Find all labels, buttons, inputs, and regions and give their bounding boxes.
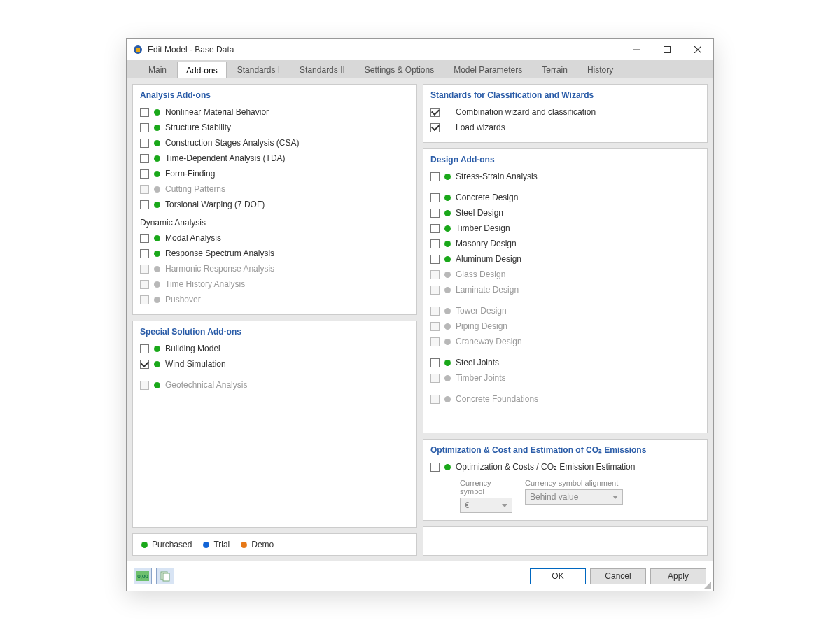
cancel-button[interactable]: Cancel [590, 568, 646, 584]
option-row: Time-Dependent Analysis (TDA) [140, 150, 410, 166]
copy-button[interactable] [156, 568, 174, 584]
panel-empty [423, 526, 708, 556]
checkbox[interactable] [140, 234, 149, 243]
option-row: Time History Analysis [140, 276, 410, 292]
units-button[interactable]: 0,00 [134, 568, 152, 584]
option-row: Building Model [140, 341, 410, 356]
tab-model-parameters[interactable]: Model Parameters [444, 61, 531, 78]
app-icon [132, 44, 144, 55]
status-dot-icon [444, 464, 451, 470]
option-label: Glass Design [456, 270, 505, 279]
option-label: Combination wizard and classification [456, 107, 596, 117]
right-column: Standards for Classification and Wizards… [423, 84, 708, 556]
status-dot-icon [154, 186, 160, 192]
tab-terrain[interactable]: Terrain [533, 61, 577, 78]
tab-standards-i[interactable]: Standards I [228, 61, 289, 78]
checkbox[interactable] [430, 123, 440, 132]
option-row: Harmonic Response Analysis [140, 261, 410, 276]
status-dot-icon [154, 297, 160, 303]
status-dot-icon [444, 308, 451, 314]
option-row: Construction Stages Analysis (CSA) [140, 135, 410, 150]
dialog-footer: 0,00 OK Cancel Apply [127, 561, 713, 591]
tab-settings-options[interactable]: Settings & Options [356, 61, 443, 78]
option-label: Nonlinear Material Behavior [165, 107, 269, 117]
checkbox[interactable] [430, 209, 440, 218]
checkbox[interactable] [430, 193, 440, 202]
dialog-window: Edit Model - Base Data MainAdd-onsStanda… [126, 38, 714, 592]
checkbox[interactable] [140, 169, 149, 178]
status-dot-icon [444, 241, 451, 247]
option-label: Load wizards [456, 122, 505, 132]
option-row: Tower Design [430, 303, 700, 318]
legend: Purchased Trial Demo [132, 533, 417, 556]
checkbox [140, 265, 149, 274]
option-row: Torsional Warping (7 DOF) [140, 197, 410, 212]
option-row: Optimization & Costs / CO₂ Emission Esti… [430, 459, 700, 475]
status-dot-icon [154, 251, 160, 257]
option-label: Structure Stability [165, 122, 231, 132]
tab-bar: MainAdd-onsStandards IStandards IISettin… [127, 60, 713, 78]
checkbox[interactable] [430, 358, 440, 368]
status-dot-icon [444, 225, 451, 232]
currency-alignment-select[interactable]: Behind value [525, 489, 623, 505]
option-row: Cutting Patterns [140, 181, 410, 197]
option-label: Piping Design [456, 321, 507, 331]
option-row: Steel Joints [430, 355, 700, 370]
option-label: Torsional Warping (7 DOF) [165, 200, 265, 209]
checkbox[interactable] [140, 344, 149, 354]
checkbox[interactable] [430, 108, 440, 117]
option-label: Construction Stages Analysis (CSA) [165, 138, 299, 148]
tab-history[interactable]: History [578, 61, 622, 78]
checkbox[interactable] [430, 255, 440, 264]
status-dot-icon [154, 235, 160, 241]
option-row: Load wizards [430, 120, 700, 135]
checkbox[interactable] [430, 172, 440, 181]
close-button[interactable] [682, 39, 713, 60]
option-label: Timber Design [456, 223, 510, 233]
currency-alignment-label: Currency symbol alignment [525, 479, 623, 487]
checkbox [430, 286, 440, 295]
ok-button[interactable]: OK [530, 568, 586, 584]
checkbox [140, 381, 149, 390]
checkbox[interactable] [430, 239, 440, 248]
tab-add-ons[interactable]: Add-ons [177, 62, 227, 78]
status-dot-icon [154, 202, 160, 208]
checkbox[interactable] [430, 224, 440, 233]
option-label: Laminate Design [456, 285, 519, 295]
option-label: Wind Simulation [165, 359, 226, 369]
option-row: Concrete Design [430, 190, 700, 205]
apply-button[interactable]: Apply [650, 568, 706, 584]
resize-grip[interactable] [703, 580, 711, 589]
option-label: Building Model [165, 344, 220, 354]
option-row: Pushover [140, 292, 410, 307]
minimize-button[interactable] [621, 39, 652, 60]
status-dot-icon [444, 396, 451, 402]
checkbox [140, 295, 149, 304]
checkbox [430, 307, 440, 316]
option-row: Steel Design [430, 205, 700, 220]
checkbox[interactable] [140, 360, 149, 369]
tab-main[interactable]: Main [139, 61, 176, 78]
panel-title: Analysis Add-ons [140, 90, 410, 100]
svg-rect-1 [136, 48, 140, 52]
checkbox[interactable] [140, 108, 149, 117]
checkbox[interactable] [430, 463, 440, 472]
checkbox [430, 322, 440, 331]
checkbox[interactable] [140, 123, 149, 132]
checkbox[interactable] [140, 249, 149, 258]
maximize-button[interactable] [652, 39, 682, 60]
status-dot-icon [154, 382, 160, 388]
status-dot-icon [444, 287, 451, 293]
currency-symbol-select[interactable]: € [460, 498, 512, 513]
checkbox[interactable] [140, 139, 149, 148]
option-row: Glass Design [430, 267, 700, 282]
status-dot-icon [154, 155, 160, 162]
svg-text:0,00: 0,00 [137, 573, 148, 580]
option-row: Laminate Design [430, 282, 700, 298]
tab-standards-ii[interactable]: Standards II [290, 61, 354, 78]
checkbox[interactable] [140, 154, 149, 163]
checkbox[interactable] [140, 200, 149, 209]
option-row: Timber Joints [430, 370, 700, 386]
option-row: Craneway Design [430, 334, 700, 349]
option-label: Cutting Patterns [165, 184, 225, 194]
